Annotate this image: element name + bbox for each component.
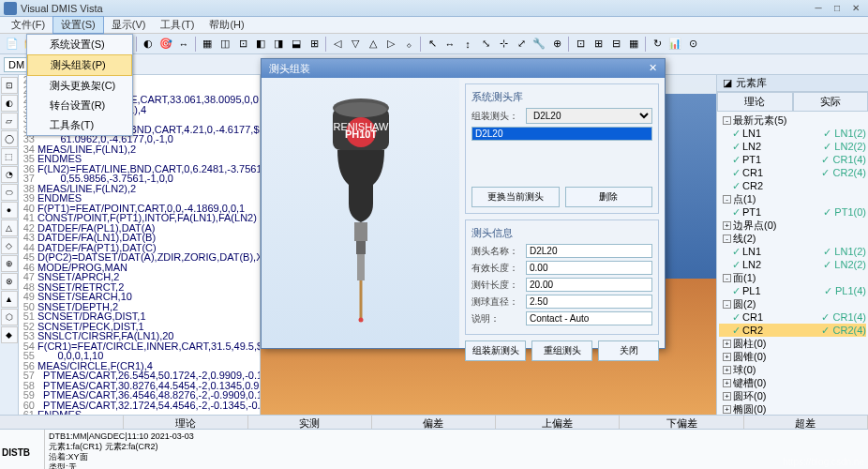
toolbar-button[interactable]: 📊 [666,36,683,53]
tree-node[interactable]: -圆(2) [719,297,866,310]
feature-tool[interactable]: ◐ [1,95,18,112]
feature-tool[interactable]: ⬚ [1,148,18,165]
toolbar-button[interactable]: ↕ [459,36,476,53]
menu-item[interactable]: 设置(S) [52,16,104,34]
feature-tool[interactable]: ◆ [1,326,18,343]
tree-node[interactable]: ✓LN2✓ LN2(2) [719,140,866,153]
toolbar-button[interactable]: ↔ [175,36,192,53]
toolbar-button[interactable]: ⊟ [607,36,624,53]
feature-tool[interactable]: ⬭ [1,184,18,201]
update-probe-button[interactable]: 更换当前测头 [471,187,560,207]
dialog-close-icon[interactable]: ✕ [649,62,657,75]
toolbar-button[interactable]: ⊡ [234,36,251,53]
toolbar-button[interactable]: ⊞ [590,36,606,53]
minimize-button[interactable]: ─ [810,2,827,15]
tree-node[interactable]: ✓CR1✓ CR1(4) [719,310,866,324]
ball-diameter-input[interactable] [526,295,652,309]
maximize-button[interactable]: □ [829,2,846,15]
toolbar-button[interactable]: ⊕ [548,36,565,53]
toolbar-button[interactable]: ⊹ [495,36,512,53]
tree-node[interactable]: +键槽(0) [719,376,866,389]
feature-tool[interactable]: ● [1,202,18,219]
feature-tool[interactable]: ⊗ [1,273,18,290]
dropdown-item[interactable]: 测头更换架(C) [27,76,132,96]
dropdown-item[interactable]: 工具条(T) [27,115,132,135]
tab-actual[interactable]: 实际 [793,92,869,112]
tree-node[interactable]: -面(1) [719,271,866,284]
feature-tool[interactable]: ⊡ [1,77,18,94]
tab-theory[interactable]: 理论 [717,92,793,112]
dropdown-item[interactable]: 系统设置(S) [27,35,132,54]
toolbar-button[interactable]: ⤢ [513,36,530,53]
svg-rect-9 [359,280,362,318]
delete-probe-button[interactable]: 删除 [565,187,653,207]
element-tree[interactable]: -最新元素(5)✓LN1✓ LN1(2)✓LN2✓ LN2(2)✓PT1✓ CR… [717,112,868,415]
toolbar-button[interactable]: 🔧 [531,36,547,53]
feature-tool[interactable]: ⊕ [1,255,18,272]
tree-node[interactable]: ✓CR1✓ CR2(4) [719,166,866,179]
reassemble-button[interactable]: 重组测头 [531,340,592,361]
dialog-titlebar[interactable]: 测头组装 ✕ [262,59,665,78]
menu-item[interactable]: 显示(V) [104,17,154,33]
toolbar-button[interactable]: ↔ [441,36,458,53]
close-button[interactable]: ✕ [847,2,864,15]
tree-node[interactable]: ✓PT1✓ PT1(0) [719,205,866,219]
menu-item[interactable]: 工具(T) [153,17,202,33]
description-input[interactable] [526,311,652,325]
feature-tool[interactable]: ⬡ [1,309,18,325]
probe-name-input[interactable] [526,244,652,258]
toolbar-button[interactable]: ◧ [252,36,269,53]
dropdown-item[interactable]: 转台设置(R) [27,96,132,115]
dropdown-item[interactable]: 测头组装(P) [27,54,132,76]
feature-tool[interactable]: ▲ [1,291,18,308]
tree-node[interactable]: +球(0) [719,363,866,376]
menu-item[interactable]: 帮助(H) [202,17,251,33]
tree-node[interactable]: -点(1) [719,192,866,205]
feature-tool[interactable]: △ [1,219,18,236]
toolbar-button[interactable]: ▦ [199,36,216,53]
stylus-length-input[interactable] [526,278,652,292]
tree-node[interactable]: ✓LN1✓ LN1(2) [719,245,866,258]
tree-node[interactable]: ✓PT1✓ CR1(4) [719,153,866,166]
toolbar-button[interactable]: ◫ [217,36,233,53]
tree-node[interactable]: +边界点(0) [719,219,866,232]
probe-select-expanded[interactable] [471,127,652,141]
toolbar-button[interactable]: △ [365,36,382,53]
toolbar-button[interactable]: ↻ [649,36,666,53]
tree-node[interactable]: -最新元素(5) [719,113,866,127]
tree-node[interactable]: +圆锥(0) [719,350,866,363]
tree-node[interactable]: -线(2) [719,232,866,245]
toolbar-button[interactable]: 📄 [4,36,21,53]
toolbar-button[interactable]: ⤡ [477,36,494,53]
toolbar-button[interactable]: ⊙ [684,36,701,53]
tree-node[interactable]: ✓CR2✓ CR2(4) [719,324,866,337]
toolbar-button[interactable]: ⬦ [400,36,417,53]
toolbar-button[interactable]: ▷ [382,36,399,53]
probe-select[interactable]: D2L20 [526,108,652,124]
toolbar-button[interactable]: 🎯 [157,36,174,53]
feature-tool[interactable]: ◯ [1,130,18,147]
tree-node[interactable]: ✓PL1✓ PL1(4) [719,284,866,297]
toolbar-button[interactable]: ▦ [625,36,642,53]
tree-node[interactable]: +圆环(0) [719,389,866,402]
feature-tool[interactable]: ◔ [1,166,18,183]
toolbar-button[interactable]: ↖ [424,36,441,53]
close-button[interactable]: 关闭 [598,340,659,361]
toolbar-button[interactable]: ▽ [347,36,364,53]
toolbar-button[interactable]: ⬓ [288,36,305,53]
tree-node[interactable]: ✓LN2✓ LN2(2) [719,258,866,271]
tree-node[interactable]: ✓CR2 [719,179,866,192]
menu-item[interactable]: 文件(F) [4,17,52,33]
toolbar-button[interactable]: ◨ [270,36,287,53]
new-probe-button[interactable]: 组装新测头 [465,340,526,361]
toolbar-button[interactable]: ◐ [140,36,157,53]
tree-node[interactable]: +圆柱(0) [719,337,866,350]
feature-tool[interactable]: ▱ [1,113,18,129]
feature-tool[interactable]: ◇ [1,237,18,254]
effective-length-input[interactable] [526,261,652,275]
tree-node[interactable]: ✓LN1✓ LN1(2) [719,127,866,140]
toolbar-button[interactable]: ⊡ [572,36,589,53]
toolbar-button[interactable]: ◁ [329,36,346,53]
tree-node[interactable]: +椭圆(0) [719,402,866,415]
toolbar-button[interactable]: ⊞ [306,36,322,53]
